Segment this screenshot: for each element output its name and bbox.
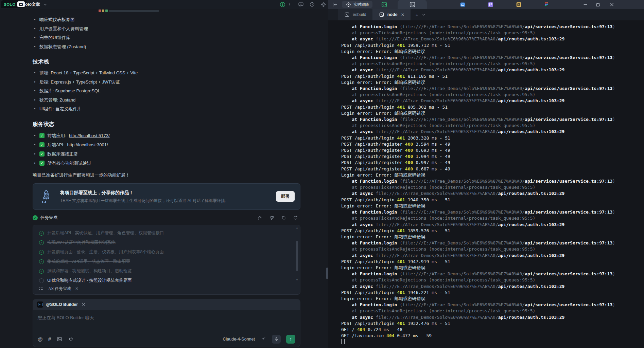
ready-statement: 项目已准备好进行生产部署和进一步的功能扩展！ xyxy=(33,172,300,179)
terminal-tab-strip: esbuild node ✕ + xyxy=(328,9,644,20)
tools-icon[interactable] xyxy=(81,301,87,308)
agent-name: @SOLO Builder xyxy=(46,302,78,307)
mention-icon[interactable]: @ xyxy=(38,336,43,342)
task-list-scrollbar[interactable]: ▲ ▼ xyxy=(295,226,299,281)
chat-input-placeholder[interactable]: 您正在与 SOLO Builder 聊天 xyxy=(38,315,94,320)
service-status-item: ✓ 前端应用: http://localhost:5173/ xyxy=(33,131,300,140)
task-item[interactable]: 集成前后端 - API调用、状态管理、路由配置 xyxy=(39,257,291,267)
thumbs-up-icon[interactable] xyxy=(257,215,263,221)
live-follow-label: 实时跟随 xyxy=(353,2,369,7)
task-item[interactable]: 开发前端页面 - 登录、注册、仪表板、用户列表等8个核心页面 xyxy=(39,248,291,257)
enhance-prompt-icon[interactable] xyxy=(260,336,266,342)
deploy-button[interactable]: 部署 xyxy=(276,191,295,202)
task-item[interactable]: 测试和部署 - 功能测试、构建项目、启动预览 xyxy=(39,267,291,276)
send-button[interactable]: ↑ xyxy=(286,335,295,344)
tech-bullet: 后端: Express.js + TypeScript + JWT认证 xyxy=(33,78,300,87)
suite-panel-tab-icon[interactable] xyxy=(487,1,493,7)
task-item[interactable]: 实现JWT认证中间件和权限控制系统 xyxy=(39,238,291,248)
dismiss-progress-icon[interactable]: ✕ xyxy=(75,286,79,291)
service-status-list: ✓ 前端应用: http://localhost:5173/ ✓ 后端API: … xyxy=(33,131,300,168)
window-restore-button[interactable] xyxy=(593,0,603,9)
service-status-heading: 服务状态 xyxy=(33,121,300,128)
solo-logo-text: SOLO xyxy=(4,2,16,6)
terminal-output[interactable]: at Function.login (file:///E:/ATrae_Demo… xyxy=(328,20,644,345)
preview-panel-tab-icon[interactable] xyxy=(459,1,466,7)
task-text: 开发前端页面 - 登录、注册、仪表板、用户列表等8个核心页面 xyxy=(47,249,164,255)
regenerate-icon[interactable] xyxy=(292,215,298,221)
checklist-icon[interactable] xyxy=(38,286,44,292)
terminal-panel: esbuild node ✕ + at Function.login (file… xyxy=(328,9,644,348)
copy-icon[interactable] xyxy=(280,215,286,221)
thumbs-down-icon[interactable] xyxy=(268,215,275,221)
settings-gear-icon[interactable] xyxy=(320,1,326,7)
terminal-tab-label: node xyxy=(387,12,398,17)
check-icon: ✓ xyxy=(39,161,45,166)
tech-stack-list: 前端: React 18 + TypeScript + Tailwind CSS… xyxy=(33,69,300,114)
terminal-tab-esbuild[interactable]: esbuild xyxy=(338,9,372,20)
service-status-label: 所有核心功能测试通过 xyxy=(47,159,91,168)
inbox-panel-tab-icon[interactable] xyxy=(516,1,522,7)
service-status-item: ✓ 后端API: http://localhost:3001/ xyxy=(33,140,300,149)
feature-bullet: 响应式仪表板界面 xyxy=(33,15,300,24)
live-follow-button[interactable]: 实时跟随 xyxy=(342,1,372,8)
tech-stack-heading: 技术栈 xyxy=(33,58,300,66)
model-selector[interactable]: Claude-4-Sonnet xyxy=(223,337,255,342)
task-complete-label: 任务完成 xyxy=(40,215,57,221)
check-icon: ✓ xyxy=(39,151,45,157)
scroll-down-arrow[interactable]: ▼ xyxy=(295,279,299,281)
task-complete-check-icon: ✓ xyxy=(33,215,38,220)
figma-panel-tab-icon[interactable] xyxy=(543,1,550,7)
panel-resize-handle[interactable] xyxy=(326,268,328,279)
deploy-card: 将项目部署至线上，分享你的作品！ TRAE 支持将本地项目一键部署至线上生成可访… xyxy=(33,183,300,210)
terminal-tab-label: esbuild xyxy=(353,12,366,17)
voice-input-button[interactable] xyxy=(272,335,281,344)
service-status-label: 后端API: xyxy=(47,140,65,149)
window-close-button[interactable] xyxy=(607,0,617,9)
hashtag-icon[interactable]: # xyxy=(48,336,51,342)
service-status-label: 数据库连接正常 xyxy=(47,149,78,159)
task-item[interactable]: 开发后端API - 实现认证、用户管理、角色管理、权限管理接口 xyxy=(39,228,291,238)
task-text: 开发后端API - 实现认证、用户管理、角色管理、权限管理接口 xyxy=(47,230,164,236)
document-title-group[interactable]: Solo文章 xyxy=(22,0,48,9)
expand-chevron-icon[interactable] xyxy=(286,1,293,7)
localhost-link[interactable]: http://localhost:3001/ xyxy=(67,140,108,149)
localhost-link[interactable]: http://localhost:5173/ xyxy=(69,131,110,140)
task-list: 开发后端API - 实现认证、用户管理、角色管理、权限管理接口 实现JWT认证中… xyxy=(33,225,300,286)
chevron-down-icon[interactable] xyxy=(42,1,48,7)
new-chat-icon[interactable] xyxy=(298,1,304,7)
close-tab-icon[interactable]: ✕ xyxy=(401,12,404,17)
solo-builder-avatar xyxy=(37,301,43,308)
terminal-panel-tab-active[interactable] xyxy=(398,0,427,9)
title-bar: SOLO Solo文章 xyxy=(0,0,644,9)
image-attach-icon[interactable] xyxy=(56,336,63,342)
window-minimize-button[interactable] xyxy=(580,0,590,9)
history-icon[interactable] xyxy=(309,1,315,7)
document-title: Solo文章 xyxy=(22,2,40,7)
terminal-options-chevron-icon[interactable] xyxy=(422,13,425,17)
task-complete-row: ✓ 任务完成 xyxy=(33,214,300,222)
task-progress-label: 7/8 任务完成 xyxy=(48,286,71,292)
service-status-item: ✓ 所有核心功能测试通过 xyxy=(33,159,300,168)
titlebar-right-segment: 实时跟随 xyxy=(328,0,644,9)
terminal-tab-node[interactable]: node ✕ xyxy=(372,9,411,20)
new-terminal-icon[interactable]: + xyxy=(415,12,418,18)
task-text: 测试和部署 - 功能测试、构建项目、启动预览 xyxy=(47,268,132,274)
scrollbar-thumb[interactable] xyxy=(296,241,298,272)
tech-bullet: 状态管理: Zustand xyxy=(33,96,300,105)
task-status-icon xyxy=(39,240,44,245)
scroll-to-latest-icon[interactable] xyxy=(279,1,285,7)
scroll-up-arrow[interactable]: ▲ xyxy=(295,226,299,229)
mcp-plugin-icon[interactable] xyxy=(68,336,74,342)
feature-bullet-list: 响应式仪表板界面用户设置和个人资料管理完整的UI组件库数据状态管理 (Zusta… xyxy=(33,15,300,51)
rocket-icon xyxy=(38,188,54,205)
collapse-panel-icon[interactable] xyxy=(332,1,338,7)
feature-bullet: 完整的UI组件库 xyxy=(33,33,300,42)
terminal-icon xyxy=(344,12,350,18)
terminal-icon xyxy=(379,12,385,18)
feature-bullet: 数据状态管理 (Zustand) xyxy=(33,42,300,52)
code-panel-tab-icon[interactable] xyxy=(381,1,387,7)
service-status-item: ✓ 数据库连接正常 xyxy=(33,149,300,159)
tech-bullet: UI组件: 自定义组件库 xyxy=(33,105,300,114)
check-icon: ✓ xyxy=(39,142,45,147)
composer-header: @SOLO Builder xyxy=(33,299,300,310)
